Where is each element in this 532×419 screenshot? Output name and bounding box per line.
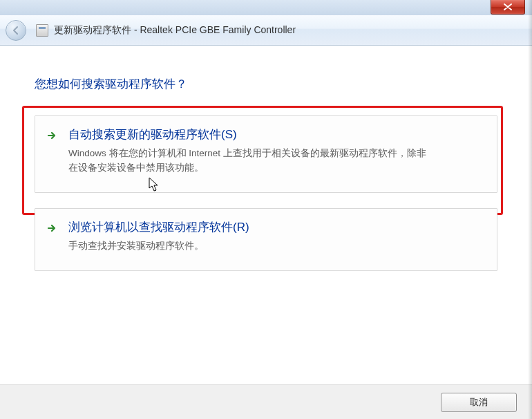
window-title: 更新驱动程序软件 - Realtek PCIe GBE Family Contr… [54, 24, 296, 37]
close-button[interactable] [491, 0, 525, 15]
close-icon [504, 3, 512, 10]
arrow-right-icon [46, 223, 57, 234]
page-heading: 您想如何搜索驱动程序软件？ [35, 76, 497, 92]
dialog-window: 更新驱动程序软件 - Realtek PCIe GBE Family Contr… [0, 0, 532, 419]
option-auto-desc: Windows 将在您的计算机和 Internet 上查找用于相关设备的最新驱动… [68, 147, 435, 176]
option-auto-search[interactable]: 自动搜索更新的驱动程序软件(S) Windows 将在您的计算机和 Intern… [35, 115, 497, 193]
device-icon [36, 24, 48, 37]
option-browse-desc: 手动查找并安装驱动程序软件。 [68, 239, 435, 254]
arrow-right-icon [46, 130, 57, 141]
cancel-button-label: 取消 [470, 396, 488, 409]
option-browse-title: 浏览计算机以查找驱动程序软件(R) [68, 220, 482, 235]
option-browse-wrap: 浏览计算机以查找驱动程序软件(R) 手动查找并安装驱动程序软件。 [35, 208, 497, 271]
back-button[interactable] [6, 20, 26, 41]
titlebar [0, 0, 532, 15]
option-auto-wrap: 自动搜索更新的驱动程序软件(S) Windows 将在您的计算机和 Intern… [35, 115, 497, 193]
option-auto-title: 自动搜索更新的驱动程序软件(S) [68, 127, 482, 142]
option-browse[interactable]: 浏览计算机以查找驱动程序软件(R) 手动查找并安装驱动程序软件。 [35, 208, 497, 271]
nav-bar: 更新驱动程序软件 - Realtek PCIe GBE Family Contr… [0, 15, 532, 46]
cancel-button[interactable]: 取消 [441, 393, 517, 412]
title-area: 更新驱动程序软件 - Realtek PCIe GBE Family Contr… [36, 24, 296, 37]
footer: 取消 [0, 384, 532, 419]
content-area: 您想如何搜索驱动程序软件？ 自动搜索更新的驱动程序软件(S) Windows 将… [0, 46, 532, 384]
back-arrow-icon [11, 26, 21, 35]
